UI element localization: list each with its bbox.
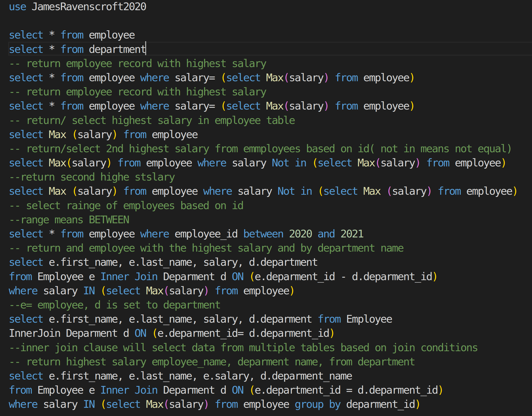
- token-keyword: select: [323, 185, 357, 197]
- token-function: Max: [363, 185, 380, 197]
- code-line-23[interactable]: select e.first_name, e.last_name, salary…: [0, 312, 532, 326]
- token-plain: salary: [77, 185, 112, 197]
- token-plain: e.first_name, e.last_name, salary, d.dep…: [43, 256, 317, 268]
- token-plain: salary: [380, 156, 415, 169]
- code-line-2[interactable]: [0, 14, 532, 28]
- token-paren2: (: [283, 100, 289, 112]
- code-line-4[interactable]: select * from department: [0, 42, 532, 56]
- code-editor[interactable]: use JamesRavenscroft2020select * from em…: [0, 0, 532, 411]
- token-keyword: select: [9, 71, 43, 84]
- code-line-28[interactable]: from Employee e Inner Join Deparment d O…: [0, 383, 532, 397]
- token-plain: [329, 71, 335, 84]
- token-paren1: (: [249, 384, 255, 396]
- token-keyword: select: [9, 227, 43, 240]
- code-line-3[interactable]: select * from employee: [0, 28, 532, 42]
- token-plain: employee: [357, 100, 409, 112]
- code-line-15[interactable]: -- select rainge of employees based on i…: [0, 198, 532, 213]
- token-paren2: ): [203, 284, 209, 297]
- token-plain: [43, 128, 49, 141]
- code-line-10[interactable]: select Max (salary) from employee: [0, 127, 532, 142]
- token-plain: [243, 270, 249, 283]
- token-plain: salary=: [169, 100, 220, 112]
- token-keyword: ON: [134, 327, 146, 339]
- token-keyword: from: [215, 284, 237, 297]
- token-plain: [117, 185, 123, 197]
- code-line-26[interactable]: -- return highest salary employee_name, …: [0, 355, 532, 369]
- token-keyword: ON: [232, 384, 243, 396]
- token-plain: salary: [37, 398, 83, 410]
- token-plain: [329, 100, 335, 112]
- code-line-16[interactable]: --range means BETWEEN: [0, 213, 532, 227]
- token-comment: -- return and employee with the highest …: [9, 242, 403, 254]
- token-paren1: (: [220, 100, 226, 112]
- code-line-20[interactable]: from Employee e Inner Join Deparment d O…: [0, 269, 532, 284]
- code-line-17[interactable]: select * from employee where employee_id…: [0, 227, 532, 241]
- token-number: 2020: [289, 227, 312, 240]
- token-keyword: select: [226, 100, 260, 112]
- code-line-19[interactable]: select e.first_name, e.last_name, salary…: [0, 255, 532, 269]
- code-line-5[interactable]: -- return employee record with highest s…: [0, 56, 532, 71]
- token-keyword: select: [9, 370, 43, 382]
- token-plain: employee_id: [169, 227, 243, 240]
- token-plain: employee: [140, 156, 197, 169]
- code-line-9[interactable]: -- return/ select highest salary in empl…: [0, 113, 532, 127]
- token-plain: [260, 100, 266, 112]
- token-plain: e.deparment_id= d.deparment_id: [157, 327, 329, 339]
- token-comment: -- return employee record with highest s…: [9, 57, 266, 70]
- token-comment: --e= employee, d is set to department: [9, 299, 220, 311]
- code-line-8[interactable]: select * from employee where salary= (se…: [0, 99, 532, 113]
- token-paren1: ): [106, 156, 112, 169]
- token-paren2: (: [163, 284, 169, 297]
- token-plain: [117, 128, 123, 141]
- token-keyword: from: [60, 100, 83, 112]
- token-plain: e.first_name, e.last_name, e.salary, d.d…: [43, 370, 352, 382]
- code-line-27[interactable]: select e.first_name, e.last_name, e.sala…: [0, 369, 532, 383]
- token-plain: [323, 398, 329, 410]
- code-line-7[interactable]: -- return employee record with highest s…: [0, 85, 532, 99]
- code-line-21[interactable]: where salary IN (select Max(salary) from…: [0, 284, 532, 298]
- token-paren1: ): [329, 327, 335, 339]
- token-comment: --inner join clause will select data fro…: [9, 341, 478, 354]
- token-keyword: where: [197, 156, 226, 169]
- token-function: Max: [49, 156, 66, 169]
- code-line-1[interactable]: use JamesRavenscroft2020: [0, 0, 532, 14]
- token-paren2: ): [203, 398, 209, 410]
- code-line-24[interactable]: InnerJoin Deparment d ON (e.deparment_id…: [0, 326, 532, 340]
- token-plain: [209, 284, 215, 297]
- token-plain: employee: [237, 284, 289, 297]
- token-keyword: group: [295, 398, 323, 410]
- token-plain: [146, 327, 152, 339]
- token-keyword: ON: [232, 270, 243, 283]
- token-plain: employee: [83, 71, 140, 84]
- token-keyword: from: [426, 156, 449, 169]
- token-keyword: where: [9, 284, 37, 297]
- token-keyword: where: [203, 185, 232, 197]
- code-line-25[interactable]: --inner join clause will select data fro…: [0, 340, 532, 355]
- token-plain: department: [83, 43, 146, 55]
- token-keyword: select: [9, 313, 43, 325]
- token-keyword: select: [226, 71, 260, 84]
- code-line-6[interactable]: select * from employee where salary= (se…: [0, 71, 532, 85]
- token-paren1: ): [500, 156, 506, 169]
- token-plain: salary: [169, 398, 203, 410]
- code-line-18[interactable]: -- return and employee with the highest …: [0, 241, 532, 255]
- code-line-11[interactable]: -- return/select 2nd highest salary from…: [0, 142, 532, 156]
- token-keyword: where: [9, 398, 37, 410]
- token-plain: salary: [289, 100, 323, 112]
- token-plain: employee: [449, 156, 500, 169]
- token-paren2: (: [375, 156, 380, 169]
- token-paren1: ): [409, 71, 415, 84]
- token-plain: [283, 227, 289, 240]
- token-plain: [43, 185, 49, 197]
- code-line-22[interactable]: --e= employee, d is set to department: [0, 298, 532, 312]
- code-line-12[interactable]: select Max(salary) from employee where s…: [0, 156, 532, 170]
- token-keyword: select: [106, 284, 140, 297]
- token-keyword: Not: [272, 156, 289, 169]
- token-function: Max: [266, 71, 283, 84]
- code-line-13[interactable]: --return second highe stslary: [0, 170, 532, 184]
- token-plain: [140, 284, 146, 297]
- code-line-29[interactable]: where salary IN (select Max(salary) from…: [0, 397, 532, 411]
- code-line-14[interactable]: select Max (salary) from employee where …: [0, 184, 532, 198]
- token-paren1: (: [312, 156, 317, 169]
- token-paren1: (: [152, 327, 157, 339]
